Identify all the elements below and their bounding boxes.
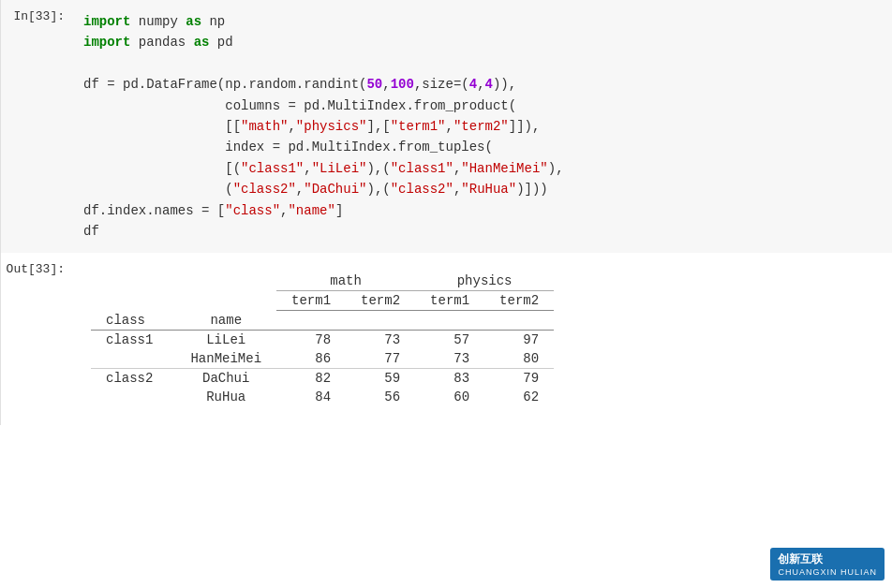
notebook-container: In[33]: import numpy as np import pandas… [0, 0, 892, 588]
output-content: math physics term1 term2 term1 term2 [76, 260, 892, 418]
name-header: name [175, 311, 276, 331]
row-name: HanMeiMei [175, 349, 276, 368]
input-label: In[33]: [1, 7, 76, 245]
cell-value: 80 [484, 349, 554, 368]
cell-value: 82 [276, 369, 346, 389]
output-label: Out[33]: [1, 260, 76, 418]
math-header: math [276, 272, 415, 291]
watermark: 创新互联 CHUANGXIN HULIAN [770, 548, 885, 581]
output-cell: Out[33]: math physics [0, 253, 892, 425]
empty-th-1 [91, 272, 175, 291]
cell-value: 97 [484, 330, 554, 349]
cell-value: 73 [415, 349, 484, 368]
table-row: class1 LiLei 78 73 57 97 [91, 330, 554, 349]
cell-value: 60 [415, 388, 484, 406]
cell-value: 62 [484, 388, 554, 406]
empty-sub-2 [175, 291, 276, 311]
phys-term2-header: term2 [484, 291, 554, 311]
sub-header-row: term1 term2 term1 term2 [91, 291, 554, 311]
index-header-row: class name [91, 311, 554, 331]
table-row: class2 DaChui 82 59 83 79 [91, 369, 554, 389]
empty-data-2 [346, 311, 415, 331]
table-row: RuHua 84 56 60 62 [91, 388, 554, 406]
top-header-row: math physics [91, 272, 554, 291]
input-cell: In[33]: import numpy as np import pandas… [0, 0, 892, 253]
empty-data-3 [415, 311, 484, 331]
row-class [91, 349, 175, 368]
watermark-text: 创新互联 [778, 551, 877, 567]
cell-value: 78 [276, 330, 346, 349]
code-block[interactable]: import numpy as np import pandas as pd d… [76, 7, 892, 245]
row-class [91, 388, 175, 406]
dataframe-table: math physics term1 term2 term1 term2 [91, 272, 554, 406]
cell-value: 84 [276, 388, 346, 406]
row-name: DaChui [175, 369, 276, 389]
cell-value: 59 [346, 369, 415, 389]
empty-th-2 [175, 272, 276, 291]
cell-value: 86 [276, 349, 346, 368]
watermark-subtext: CHUANGXIN HULIAN [778, 567, 877, 577]
row-name: RuHua [175, 388, 276, 406]
cell-value: 79 [484, 369, 554, 389]
math-term1-header: term1 [276, 291, 346, 311]
empty-sub-1 [91, 291, 175, 311]
table-row: HanMeiMei 86 77 73 80 [91, 349, 554, 368]
row-class: class1 [91, 330, 175, 349]
dataframe-wrapper: math physics term1 term2 term1 term2 [83, 264, 885, 414]
cell-value: 73 [346, 330, 415, 349]
row-name: LiLei [175, 330, 276, 349]
math-term2-header: term2 [346, 291, 415, 311]
empty-data-1 [276, 311, 346, 331]
cell-value: 77 [346, 349, 415, 368]
cell-value: 83 [415, 369, 484, 389]
empty-data-4 [484, 311, 554, 331]
row-class: class2 [91, 369, 175, 389]
cell-value: 56 [346, 388, 415, 406]
class-header: class [91, 311, 175, 331]
physics-header: physics [415, 272, 554, 291]
phys-term1-header: term1 [415, 291, 484, 311]
cell-value: 57 [415, 330, 484, 349]
